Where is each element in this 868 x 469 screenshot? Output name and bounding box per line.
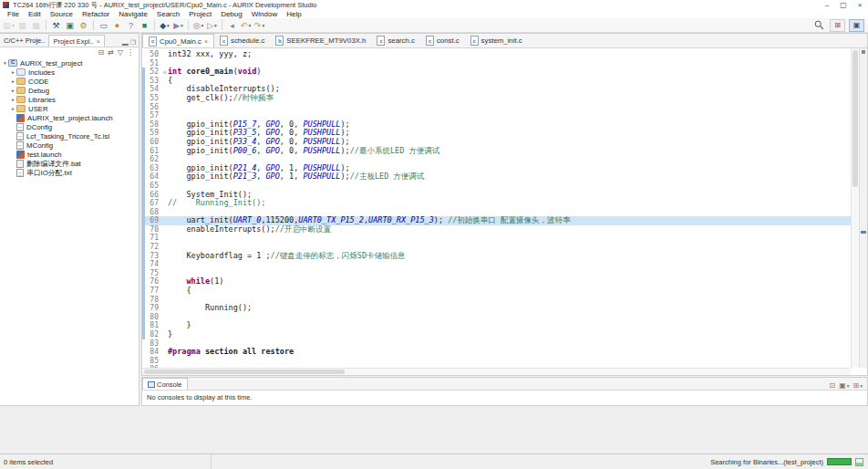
tree-item[interactable]: 删除编译文件.bat — [0, 159, 139, 168]
open-console-icon-wrap[interactable]: ⊞▾ — [853, 381, 863, 390]
display-console-icon[interactable]: ▣ — [839, 381, 846, 390]
forward-icon[interactable]: ↷▾ — [253, 19, 265, 32]
code-line[interactable]: 75 — [142, 269, 851, 278]
code-line[interactable]: 52⊖int core0_main(void) — [142, 68, 851, 77]
build-icon[interactable]: ⚒ — [50, 19, 62, 32]
link-editor-icon[interactable]: ⇄ — [108, 48, 114, 57]
code-line[interactable]: 80 — [142, 313, 851, 322]
code-line[interactable]: 82} — [142, 330, 851, 339]
tree-item[interactable]: AURIX_test_project.launch — [0, 113, 139, 122]
editor-vertical-scrollbar[interactable] — [851, 48, 859, 368]
open-perspective-icon[interactable]: ⊞ — [830, 19, 845, 32]
menu-edit[interactable]: Edit — [24, 10, 46, 18]
close-icon[interactable]: × — [852, 0, 868, 10]
code-line[interactable]: 67// Running_Init(); — [142, 199, 851, 208]
tab-schedule-c[interactable]: cschedule.c — [214, 34, 270, 47]
tree-collapsed-arrow-icon[interactable]: ▸ — [10, 88, 16, 93]
menu-project[interactable]: Project — [184, 10, 216, 18]
progress-view-icon[interactable] — [855, 458, 863, 466]
tree-item[interactable]: ▸CODE — [0, 77, 139, 86]
new-wizard-icon[interactable]: ▤▾ — [3, 19, 15, 32]
close-icon[interactable]: × — [97, 38, 100, 45]
tree-item[interactable]: ▸Libraries — [0, 95, 139, 104]
code-line[interactable]: 76 while(1) — [142, 277, 851, 287]
code-line[interactable]: 79 Running(); — [142, 304, 851, 313]
code-line[interactable]: 56 — [142, 103, 851, 112]
tree-item[interactable]: ▸Debug — [0, 86, 139, 95]
menu-refactor[interactable]: Refactor — [78, 10, 114, 18]
tree-item[interactable]: ▾AURIX_test_project — [0, 58, 139, 68]
help-icon[interactable]: ? — [125, 19, 137, 32]
search-icon[interactable] — [813, 19, 825, 32]
code-line[interactable]: 71 — [142, 234, 851, 243]
menu-source[interactable]: Source — [46, 10, 78, 18]
menu-window[interactable]: Window — [247, 10, 282, 18]
collapse-all-icon[interactable]: ⊟ — [98, 48, 104, 57]
code-line[interactable]: 70 enableInterrupts();//开启中断设置 — [142, 225, 851, 234]
tree-item[interactable]: 串口IO分配.txt — [0, 168, 139, 177]
overview-ruler[interactable] — [859, 48, 867, 368]
scrollbar-thumb[interactable] — [852, 50, 858, 187]
tree-item[interactable]: ▸Includes — [0, 68, 139, 77]
wrench-icon[interactable]: ⚙ — [78, 19, 89, 32]
code-line[interactable]: 61 gpio_init(P00_6, GPO, 0, PUSHPULL);//… — [142, 147, 851, 156]
tab-seekfree-mt9v03x-h[interactable]: hSEEKFREE_MT9V03X.h — [270, 34, 371, 47]
tree-item[interactable]: test.launch — [0, 150, 139, 159]
tree-item[interactable]: MConfig — [0, 141, 139, 150]
tree-expanded-arrow-icon[interactable]: ▾ — [2, 60, 8, 66]
maximize-icon[interactable]: ▢ — [835, 0, 852, 10]
tree-item[interactable]: ▸USER — [0, 104, 139, 113]
terminal-icon[interactable]: ▭ — [98, 19, 109, 32]
code-line[interactable]: 85 — [142, 357, 851, 366]
menu-help[interactable]: Help — [282, 10, 305, 18]
tab-cpu0-main-c[interactable]: cCpu0_Main.c× — [142, 34, 214, 47]
save-all-icon[interactable]: ▩ — [30, 19, 42, 32]
menu-navigate[interactable]: Navigate — [114, 10, 152, 18]
tab-console[interactable]: Console — [142, 378, 188, 390]
scrollbar-thumb[interactable] — [144, 370, 345, 374]
cpp-perspective-icon[interactable]: ▣ — [849, 19, 864, 32]
tree-item[interactable]: DConfig — [0, 122, 139, 131]
tree-collapsed-arrow-icon[interactable]: ▸ — [10, 69, 16, 75]
sidebar-tab-c-c-proje-[interactable]: C/C++ Proje.. — [0, 35, 48, 47]
code-line[interactable]: 50int32 xxx, yyy, z; — [142, 50, 851, 59]
minimize-icon[interactable]: – — [819, 0, 835, 10]
sidebar-tab-project-expl-[interactable]: Project Expl..× — [48, 35, 104, 47]
tab-search-c[interactable]: csearch.c — [371, 34, 419, 47]
view-menu-icon[interactable]: ⋮ — [127, 48, 134, 57]
tree-item[interactable]: Lcf_Tasking_Tricore_Tc.lsl — [0, 131, 139, 141]
menu-debug[interactable]: Debug — [216, 10, 247, 18]
tab-system-init-c[interactable]: csystem_init.c — [465, 34, 528, 47]
ads-tool-icon[interactable]: ● — [111, 19, 123, 32]
code-line[interactable]: 55 get_clk();//时钟频率 — [142, 94, 851, 103]
code-line[interactable]: 84#pragma section all restore — [142, 348, 851, 357]
open-console-icon[interactable]: ⊞ — [853, 381, 860, 390]
save-icon[interactable]: ▦ — [16, 19, 28, 32]
code-line[interactable]: 64 gpio_init(P21_3, GPO, 1, PUSHPULL);//… — [142, 172, 851, 182]
code-line[interactable]: 74 — [142, 260, 851, 269]
sidebar-maximize-icon[interactable]: ❐ — [130, 39, 136, 47]
tree-collapsed-arrow-icon[interactable]: ▸ — [10, 106, 16, 111]
editor-horizontal-scrollbar[interactable] — [142, 368, 851, 375]
pin-console-icon[interactable]: ⊡ — [830, 381, 836, 390]
ruler-marker[interactable] — [862, 50, 865, 54]
run-config-icon[interactable]: ◎▾ — [192, 19, 204, 32]
code-line[interactable]: 77 { — [142, 287, 851, 296]
welcome-icon[interactable]: ■ — [139, 19, 150, 32]
code-area[interactable]: 50int32 xxx, yyy, z;5152⊖int core0_main(… — [142, 48, 851, 368]
tree-collapsed-arrow-icon[interactable]: ▸ — [10, 97, 16, 102]
back-icon[interactable]: ↶▾ — [240, 19, 252, 32]
sidebar-minimize-icon[interactable]: ▬ — [122, 40, 129, 47]
fold-marker-icon[interactable]: ⊖ — [161, 68, 168, 77]
last-edit-location-icon[interactable]: ◂ — [226, 19, 238, 32]
display-console-icon-wrap[interactable]: ▣▾ — [839, 381, 849, 390]
close-icon[interactable]: × — [204, 38, 208, 45]
tab-const-c[interactable]: cconst.c — [420, 34, 465, 47]
flash-device-icon[interactable]: ▣ — [64, 19, 76, 32]
debug-icon[interactable]: ◆▾ — [159, 19, 170, 32]
external-tools-icon[interactable]: ▷▾ — [206, 19, 218, 32]
code-line[interactable]: 73 Keyboardflag = 1 ;//键盘走停的标志，闪烁SD卡储输信息 — [142, 252, 851, 261]
ruler-selection-marker[interactable] — [861, 231, 866, 234]
run-icon[interactable]: ▶▾ — [172, 19, 184, 32]
menu-file[interactable]: File — [3, 10, 24, 18]
